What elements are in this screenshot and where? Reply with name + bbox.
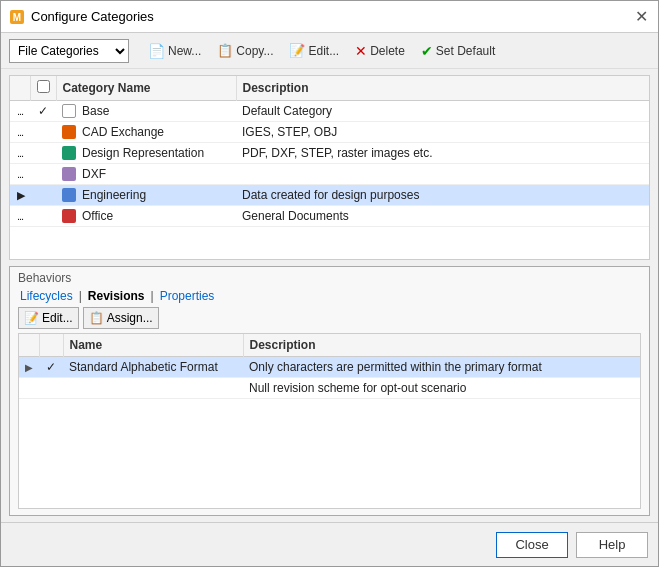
tab-lifecycles[interactable]: Lifecycles	[18, 289, 75, 303]
app-icon: M	[9, 9, 25, 25]
b-expand-cell: ▶	[19, 357, 39, 378]
main-toolbar: File Categories 📄 New... 📋 Copy... 📝 Edi…	[1, 33, 658, 69]
category-icon-name-cell: DXF	[56, 164, 236, 184]
tab-sep-2: |	[151, 289, 154, 303]
b-check-cell: ✓	[39, 357, 63, 378]
tab-properties[interactable]: Properties	[158, 289, 217, 303]
svg-text:M: M	[13, 12, 21, 23]
edit-icon: 📝	[289, 43, 305, 58]
behaviors-table-container: Name Description ▶ ✓ Standard Alphabetic…	[18, 333, 641, 509]
delete-icon: ✕	[355, 43, 367, 59]
main-content: Category Name Description ... ✓ Base Def…	[1, 69, 658, 522]
behaviors-toolbar: 📝 Edit... 📋 Assign...	[18, 307, 641, 329]
check-cell	[30, 122, 56, 143]
category-icon-name-cell: Base	[56, 101, 236, 121]
copy-button[interactable]: 📋 Copy...	[210, 39, 280, 63]
behaviors-edit-icon: 📝	[24, 311, 39, 325]
category-description	[236, 164, 649, 185]
file-categories-dropdown[interactable]: File Categories	[9, 39, 129, 63]
table-row[interactable]: ... DXF	[10, 164, 649, 185]
edit-label: Edit...	[308, 44, 339, 58]
b-expand-cell	[19, 378, 39, 399]
select-all-checkbox[interactable]	[37, 80, 50, 93]
behaviors-assign-label: Assign...	[107, 311, 153, 325]
category-name: CAD Exchange	[82, 125, 164, 139]
table-header-row: Category Name Description	[10, 76, 649, 101]
b-check-cell	[39, 378, 63, 399]
footer-bar: Close Help	[1, 522, 658, 566]
check-cell	[30, 164, 56, 185]
checkbox-icon	[62, 104, 76, 118]
behaviors-assign-button[interactable]: 📋 Assign...	[83, 307, 159, 329]
set-default-icon: ✔	[421, 43, 433, 59]
category-icon	[62, 125, 76, 139]
behaviors-header-row: Name Description	[19, 334, 640, 357]
set-default-label: Set Default	[436, 44, 495, 58]
new-button[interactable]: 📄 New...	[141, 39, 208, 63]
category-icon-name-cell: CAD Exchange	[56, 122, 236, 142]
copy-icon: 📋	[217, 43, 233, 58]
expand-cell: ▶	[10, 185, 30, 206]
check-cell	[30, 206, 56, 227]
expand-cell: ...	[10, 164, 30, 185]
edit-button[interactable]: 📝 Edit...	[282, 39, 346, 63]
category-description: Default Category	[236, 101, 649, 122]
behaviors-edit-label: Edit...	[42, 311, 73, 325]
set-default-button[interactable]: ✔ Set Default	[414, 39, 502, 63]
table-row[interactable]: ... ✓ Base Default Category	[10, 101, 649, 122]
description-col-header: Description	[236, 76, 649, 101]
categories-table: Category Name Description ... ✓ Base Def…	[10, 76, 649, 227]
table-row[interactable]: Null revision scheme for opt-out scenari…	[19, 378, 640, 399]
table-row[interactable]: ... Office General Documents	[10, 206, 649, 227]
table-row[interactable]: ... CAD Exchange IGES, STEP, OBJ	[10, 122, 649, 143]
behaviors-edit-button[interactable]: 📝 Edit...	[18, 307, 79, 329]
close-button[interactable]: Close	[496, 532, 568, 558]
b-name-cell	[63, 378, 243, 399]
check-cell: ✓	[30, 101, 56, 122]
delete-label: Delete	[370, 44, 405, 58]
check-col-header	[30, 76, 56, 101]
help-button[interactable]: Help	[576, 532, 648, 558]
title-bar-left: M Configure Categories	[9, 9, 154, 25]
b-name-col-header: Name	[63, 334, 243, 357]
expand-cell: ...	[10, 143, 30, 164]
category-icon-name-cell: Design Representation	[56, 143, 236, 163]
table-row[interactable]: ... Design Representation PDF, DXF, STEP…	[10, 143, 649, 164]
close-window-button[interactable]: ✕	[632, 8, 650, 26]
category-description: Data created for design purposes	[236, 185, 649, 206]
behaviors-panel: Behaviors Lifecycles | Revisions | Prope…	[9, 266, 650, 516]
tab-sep-1: |	[79, 289, 82, 303]
tab-revisions[interactable]: Revisions	[86, 289, 147, 303]
category-name-col-header: Category Name	[56, 76, 236, 101]
categories-table-scroll[interactable]: Category Name Description ... ✓ Base Def…	[10, 76, 649, 259]
copy-label: Copy...	[236, 44, 273, 58]
b-name-cell: Standard Alphabetic Format	[63, 357, 243, 378]
categories-table-container: Category Name Description ... ✓ Base Def…	[9, 75, 650, 260]
behaviors-tabs: Lifecycles | Revisions | Properties	[18, 289, 641, 303]
behaviors-table: Name Description ▶ ✓ Standard Alphabetic…	[19, 334, 640, 399]
behaviors-title: Behaviors	[18, 271, 641, 285]
dialog-title: Configure Categories	[31, 9, 154, 24]
b-description-cell: Only characters are permitted within the…	[243, 357, 640, 378]
category-name: DXF	[82, 167, 106, 181]
expand-cell: ...	[10, 122, 30, 143]
category-icon	[62, 209, 76, 223]
check-cell	[30, 185, 56, 206]
table-row[interactable]: ▶ ✓ Standard Alphabetic Format Only char…	[19, 357, 640, 378]
new-icon: 📄	[148, 43, 165, 59]
category-name: Design Representation	[82, 146, 204, 160]
category-name: Engineering	[82, 188, 146, 202]
category-icon-name-cell: Office	[56, 206, 236, 226]
delete-button[interactable]: ✕ Delete	[348, 39, 412, 63]
category-name: Base	[82, 104, 109, 118]
expand-col-header	[10, 76, 30, 101]
table-row[interactable]: ▶ Engineering Data created for design pu…	[10, 185, 649, 206]
title-bar: M Configure Categories ✕	[1, 1, 658, 33]
category-name: Office	[82, 209, 113, 223]
behaviors-assign-icon: 📋	[89, 311, 104, 325]
b-description-col-header: Description	[243, 334, 640, 357]
b-description-cell: Null revision scheme for opt-out scenari…	[243, 378, 640, 399]
b-check-col-header	[39, 334, 63, 357]
category-icon-name-cell: Engineering	[56, 185, 236, 205]
category-description: IGES, STEP, OBJ	[236, 122, 649, 143]
